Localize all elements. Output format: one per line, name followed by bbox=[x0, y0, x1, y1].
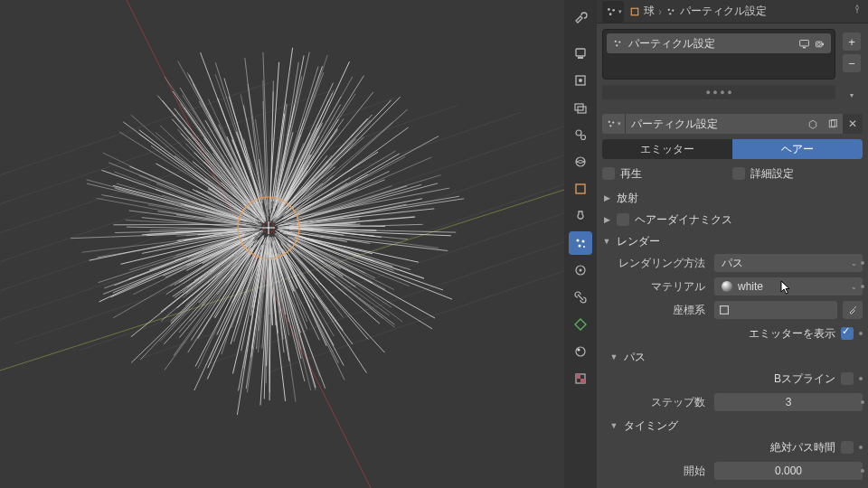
new-settings-icon[interactable] bbox=[823, 114, 843, 134]
svg-rect-465 bbox=[800, 40, 809, 46]
start-row: 開始 0.000 bbox=[602, 461, 863, 481]
svg-point-457 bbox=[609, 13, 611, 15]
particle-system-list[interactable]: パーティクル設定 bbox=[602, 29, 835, 80]
bspline-checkbox[interactable] bbox=[841, 372, 854, 385]
chevron-down-icon: ▼ bbox=[602, 237, 611, 246]
svg-point-445 bbox=[582, 240, 585, 243]
svg-point-461 bbox=[669, 13, 671, 14]
show-emitter-row: エミッターを表示 bbox=[602, 324, 863, 343]
svg-point-460 bbox=[672, 9, 674, 11]
svg-point-464 bbox=[616, 44, 618, 46]
abs-path-row: 絶対パス時間 bbox=[602, 437, 863, 457]
remove-button[interactable]: − bbox=[843, 54, 861, 72]
unlink-icon[interactable]: ✕ bbox=[843, 114, 863, 134]
svg-point-468 bbox=[817, 42, 820, 45]
abs-path-label: 絶対パス時間 bbox=[770, 440, 835, 455]
steps-row: ステップ数 3 bbox=[602, 392, 863, 412]
svg-point-456 bbox=[612, 8, 615, 11]
coord-object-field[interactable] bbox=[714, 301, 837, 319]
editor-type-icon[interactable]: ▾ bbox=[602, 1, 624, 23]
breadcrumb-object: 球 bbox=[644, 4, 655, 19]
fake-user-icon[interactable] bbox=[803, 114, 823, 134]
section-hair-dynamics[interactable]: ▶ ヘアーダイナミクス bbox=[602, 210, 863, 230]
advanced-checkbox[interactable] bbox=[732, 167, 745, 180]
anim-dot[interactable] bbox=[861, 400, 864, 404]
slot-label: パーティクル設定 bbox=[628, 36, 715, 52]
hair-dynamics-checkbox[interactable] bbox=[617, 213, 629, 226]
svg-rect-443 bbox=[576, 184, 585, 193]
svg-point-442 bbox=[576, 157, 585, 166]
material-row: マテリアル white ⌄ bbox=[602, 277, 863, 296]
viewlayer-tab-icon[interactable] bbox=[569, 96, 592, 119]
section-render[interactable]: ▼ レンダー bbox=[602, 231, 863, 251]
svg-point-437 bbox=[579, 79, 582, 82]
world-tab-icon[interactable] bbox=[569, 150, 592, 174]
render-as-dropdown[interactable]: パス ⌄ bbox=[714, 254, 863, 272]
svg-point-450 bbox=[576, 347, 585, 356]
particle-system-slot[interactable]: パーティクル設定 bbox=[607, 33, 831, 53]
particles-tab-icon[interactable] bbox=[569, 231, 592, 255]
show-emitter-label: エミッターを表示 bbox=[749, 326, 835, 342]
anim-dot[interactable] bbox=[859, 332, 863, 335]
anim-dot[interactable] bbox=[859, 446, 863, 449]
svg-rect-454 bbox=[580, 379, 585, 383]
scene-tab-icon[interactable] bbox=[569, 123, 592, 146]
list-grip[interactable]: ● ● ● ● bbox=[602, 85, 835, 99]
tab-emitter[interactable]: エミッター bbox=[602, 139, 732, 159]
eyedropper-icon[interactable] bbox=[843, 301, 863, 319]
section-timing[interactable]: ▼ タイミング bbox=[609, 416, 863, 436]
svg-rect-458 bbox=[631, 8, 638, 15]
panel-header: ▾ 球 › パーティクル設定 bbox=[597, 0, 868, 23]
abs-path-checkbox[interactable] bbox=[841, 441, 854, 454]
svg-point-444 bbox=[577, 239, 580, 242]
render-as-label: レンダリング方法 bbox=[602, 256, 711, 271]
add-button[interactable]: + bbox=[843, 33, 861, 51]
object-tab-icon[interactable] bbox=[569, 177, 592, 201]
section-emission[interactable]: ▶ 放射 bbox=[602, 188, 863, 208]
particle-settings-icon bbox=[612, 38, 623, 49]
section-path[interactable]: ▼ パス bbox=[609, 347, 863, 367]
pin-icon[interactable] bbox=[852, 4, 863, 17]
options-row: 再生 詳細設定 bbox=[602, 164, 863, 183]
breadcrumb: 球 › パーティクル設定 bbox=[629, 4, 863, 19]
svg-line-243 bbox=[114, 224, 247, 225]
svg-rect-466 bbox=[803, 46, 806, 48]
camera-icon[interactable] bbox=[814, 38, 826, 50]
particles-panel: ▾ 球 › パーティクル設定 パーティクル設定 bbox=[597, 0, 868, 488]
settings-name-input[interactable] bbox=[626, 114, 803, 134]
chevron-down-icon: ⌄ bbox=[851, 259, 857, 267]
material-tab-icon[interactable] bbox=[569, 340, 592, 363]
render-tab-icon[interactable] bbox=[569, 42, 592, 65]
specials-menu[interactable]: ▾ bbox=[843, 87, 861, 105]
anim-dot[interactable] bbox=[861, 285, 864, 288]
mesh-tab-icon[interactable] bbox=[569, 313, 592, 336]
svg-rect-475 bbox=[721, 306, 729, 314]
anim-dot[interactable] bbox=[861, 469, 864, 473]
constraint-tab-icon[interactable] bbox=[569, 286, 592, 309]
output-tab-icon[interactable] bbox=[569, 69, 592, 92]
svg-rect-453 bbox=[576, 374, 580, 379]
display-icon[interactable] bbox=[798, 38, 810, 50]
object-icon bbox=[718, 304, 731, 316]
coord-row: 座標系 bbox=[602, 300, 863, 320]
anim-dot[interactable] bbox=[861, 261, 864, 265]
chevron-down-icon: ▼ bbox=[609, 421, 618, 430]
svg-point-459 bbox=[668, 8, 670, 10]
regrow-label: 再生 bbox=[620, 166, 642, 182]
browse-settings-icon[interactable]: ▾ bbox=[602, 114, 626, 134]
svg-rect-435 bbox=[578, 57, 583, 59]
regrow-checkbox[interactable] bbox=[602, 167, 615, 180]
show-emitter-checkbox[interactable] bbox=[841, 327, 854, 340]
steps-input[interactable]: 3 bbox=[714, 393, 863, 411]
chevron-right-icon: ▶ bbox=[602, 215, 611, 224]
modifier-tab-icon[interactable] bbox=[569, 204, 592, 228]
breadcrumb-settings: パーティクル設定 bbox=[680, 4, 767, 19]
viewport-3d[interactable] bbox=[0, 0, 564, 488]
tool-tab-icon[interactable] bbox=[569, 5, 592, 29]
anim-dot[interactable] bbox=[859, 377, 863, 380]
physics-tab-icon[interactable] bbox=[569, 258, 592, 282]
steps-label: ステップ数 bbox=[602, 395, 711, 410]
tab-hair[interactable]: ヘアー bbox=[732, 139, 863, 159]
texture-tab-icon[interactable] bbox=[569, 367, 592, 390]
start-input[interactable]: 0.000 bbox=[714, 462, 863, 480]
